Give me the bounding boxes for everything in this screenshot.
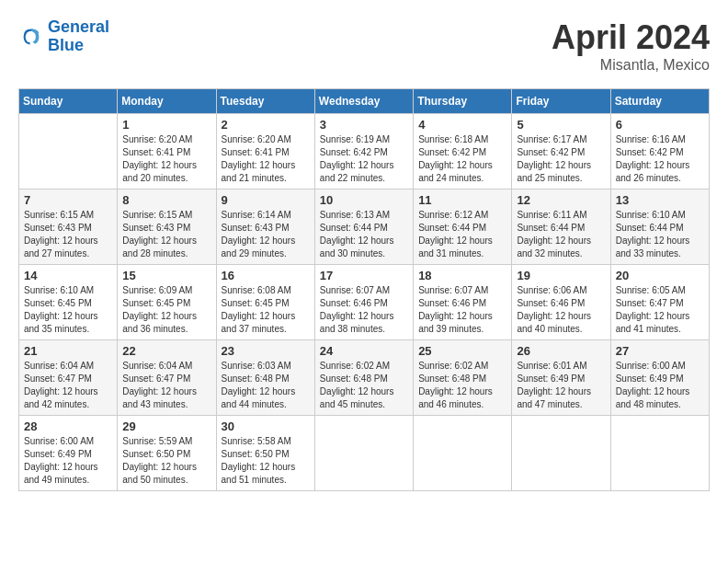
calendar-cell: 19Sunrise: 6:06 AM Sunset: 6:46 PM Dayli… [512,265,610,340]
calendar-cell [414,416,512,491]
calendar-cell [512,416,610,491]
calendar-cell: 7Sunrise: 6:15 AM Sunset: 6:43 PM Daylig… [19,190,118,265]
day-number: 5 [517,118,605,132]
calendar-cell: 27Sunrise: 6:00 AM Sunset: 6:49 PM Dayli… [610,340,709,416]
day-info: Sunrise: 6:09 AM Sunset: 6:45 PM Dayligh… [122,284,210,336]
day-number: 14 [24,269,112,282]
day-number: 21 [24,344,112,358]
day-info: Sunrise: 6:16 AM Sunset: 6:42 PM Dayligh… [616,133,704,185]
day-info: Sunrise: 6:02 AM Sunset: 6:48 PM Dayligh… [418,360,506,411]
day-number: 22 [122,344,210,358]
calendar-table: SundayMondayTuesdayWednesdayThursdayFrid… [18,88,710,491]
day-info: Sunrise: 6:03 AM Sunset: 6:48 PM Dayligh… [222,360,310,411]
day-number: 8 [122,193,210,207]
calendar-cell: 12Sunrise: 6:11 AM Sunset: 6:44 PM Dayli… [512,190,610,265]
day-info: Sunrise: 6:13 AM Sunset: 6:44 PM Dayligh… [320,209,408,260]
day-info: Sunrise: 6:12 AM Sunset: 6:44 PM Dayligh… [418,209,506,260]
day-info: Sunrise: 5:58 AM Sunset: 6:50 PM Dayligh… [222,435,310,487]
location-title: Misantla, Mexico [552,57,710,74]
calendar-cell: 2Sunrise: 6:20 AM Sunset: 6:41 PM Daylig… [216,114,314,190]
logo-icon [18,24,44,50]
week-row-1: 1Sunrise: 6:20 AM Sunset: 6:41 PM Daylig… [19,114,710,190]
day-number: 26 [517,344,605,358]
logo-line1: General [48,17,109,36]
day-number: 7 [24,193,112,207]
day-info: Sunrise: 6:04 AM Sunset: 6:47 PM Dayligh… [122,360,210,411]
calendar-cell: 25Sunrise: 6:02 AM Sunset: 6:48 PM Dayli… [414,340,512,416]
day-number: 20 [616,269,704,282]
day-info: Sunrise: 6:01 AM Sunset: 6:49 PM Dayligh… [517,360,605,411]
calendar-cell: 9Sunrise: 6:14 AM Sunset: 6:43 PM Daylig… [216,190,314,265]
week-row-4: 21Sunrise: 6:04 AM Sunset: 6:47 PM Dayli… [19,340,710,416]
day-number: 18 [418,269,506,282]
day-info: Sunrise: 6:00 AM Sunset: 6:49 PM Dayligh… [616,360,704,411]
calendar-cell: 6Sunrise: 6:16 AM Sunset: 6:42 PM Daylig… [610,114,709,190]
week-row-2: 7Sunrise: 6:15 AM Sunset: 6:43 PM Daylig… [19,190,710,265]
calendar-cell: 3Sunrise: 6:19 AM Sunset: 6:42 PM Daylig… [314,114,413,190]
day-number: 19 [517,269,605,282]
day-number: 28 [24,419,112,433]
logo-text: General Blue [48,18,109,55]
day-number: 25 [418,344,506,358]
calendar-cell: 15Sunrise: 6:09 AM Sunset: 6:45 PM Dayli… [118,265,216,340]
calendar-cell: 22Sunrise: 6:04 AM Sunset: 6:47 PM Dayli… [118,340,216,416]
calendar-cell: 17Sunrise: 6:07 AM Sunset: 6:46 PM Dayli… [314,265,413,340]
day-info: Sunrise: 6:10 AM Sunset: 6:44 PM Dayligh… [616,209,704,260]
day-number: 1 [122,118,210,132]
day-number: 12 [517,193,605,207]
calendar-cell: 10Sunrise: 6:13 AM Sunset: 6:44 PM Dayli… [314,190,413,265]
calendar-cell: 21Sunrise: 6:04 AM Sunset: 6:47 PM Dayli… [19,340,118,416]
calendar-cell: 30Sunrise: 5:58 AM Sunset: 6:50 PM Dayli… [216,416,314,491]
logo-line2: Blue [48,37,109,55]
day-number: 4 [418,118,506,132]
weekday-header-tuesday: Tuesday [216,89,314,114]
calendar-cell: 11Sunrise: 6:12 AM Sunset: 6:44 PM Dayli… [414,190,512,265]
week-row-5: 28Sunrise: 6:00 AM Sunset: 6:49 PM Dayli… [19,416,710,491]
calendar-cell: 1Sunrise: 6:20 AM Sunset: 6:41 PM Daylig… [118,114,216,190]
day-info: Sunrise: 6:20 AM Sunset: 6:41 PM Dayligh… [222,133,310,185]
calendar-cell: 8Sunrise: 6:15 AM Sunset: 6:43 PM Daylig… [118,190,216,265]
calendar-cell: 5Sunrise: 6:17 AM Sunset: 6:42 PM Daylig… [512,114,610,190]
day-info: Sunrise: 6:14 AM Sunset: 6:43 PM Dayligh… [222,209,310,260]
calendar-cell: 16Sunrise: 6:08 AM Sunset: 6:45 PM Dayli… [216,265,314,340]
calendar-cell: 18Sunrise: 6:07 AM Sunset: 6:46 PM Dayli… [414,265,512,340]
day-number: 23 [222,344,310,358]
calendar-cell: 23Sunrise: 6:03 AM Sunset: 6:48 PM Dayli… [216,340,314,416]
weekday-header-row: SundayMondayTuesdayWednesdayThursdayFrid… [19,89,710,114]
day-number: 17 [320,269,408,282]
weekday-header-wednesday: Wednesday [314,89,413,114]
day-number: 15 [122,269,210,282]
calendar-cell [314,416,413,491]
day-number: 9 [222,193,310,207]
page-header: General Blue April 2024 Misantla, Mexico [18,18,710,74]
day-info: Sunrise: 6:06 AM Sunset: 6:46 PM Dayligh… [517,284,605,336]
day-number: 29 [122,419,210,433]
calendar-cell: 29Sunrise: 5:59 AM Sunset: 6:50 PM Dayli… [118,416,216,491]
day-info: Sunrise: 6:07 AM Sunset: 6:46 PM Dayligh… [418,284,506,336]
calendar-cell: 14Sunrise: 6:10 AM Sunset: 6:45 PM Dayli… [19,265,118,340]
weekday-header-friday: Friday [512,89,610,114]
day-info: Sunrise: 6:00 AM Sunset: 6:49 PM Dayligh… [24,435,112,487]
day-info: Sunrise: 6:04 AM Sunset: 6:47 PM Dayligh… [24,360,112,411]
weekday-header-thursday: Thursday [414,89,512,114]
day-info: Sunrise: 6:07 AM Sunset: 6:46 PM Dayligh… [320,284,408,336]
day-number: 6 [616,118,704,132]
day-info: Sunrise: 6:18 AM Sunset: 6:42 PM Dayligh… [418,133,506,185]
calendar-cell: 13Sunrise: 6:10 AM Sunset: 6:44 PM Dayli… [610,190,709,265]
weekday-header-monday: Monday [118,89,216,114]
day-number: 27 [616,344,704,358]
day-number: 11 [418,193,506,207]
day-info: Sunrise: 6:02 AM Sunset: 6:48 PM Dayligh… [320,360,408,411]
day-info: Sunrise: 6:15 AM Sunset: 6:43 PM Dayligh… [122,209,210,260]
month-title: April 2024 [552,18,710,57]
calendar-cell: 20Sunrise: 6:05 AM Sunset: 6:47 PM Dayli… [610,265,709,340]
weekday-header-sunday: Sunday [19,89,118,114]
day-number: 30 [222,419,310,433]
week-row-3: 14Sunrise: 6:10 AM Sunset: 6:45 PM Dayli… [19,265,710,340]
title-block: April 2024 Misantla, Mexico [552,18,710,74]
day-info: Sunrise: 5:59 AM Sunset: 6:50 PM Dayligh… [122,435,210,487]
day-number: 13 [616,193,704,207]
day-info: Sunrise: 6:17 AM Sunset: 6:42 PM Dayligh… [517,133,605,185]
day-number: 10 [320,193,408,207]
day-number: 2 [222,118,310,132]
